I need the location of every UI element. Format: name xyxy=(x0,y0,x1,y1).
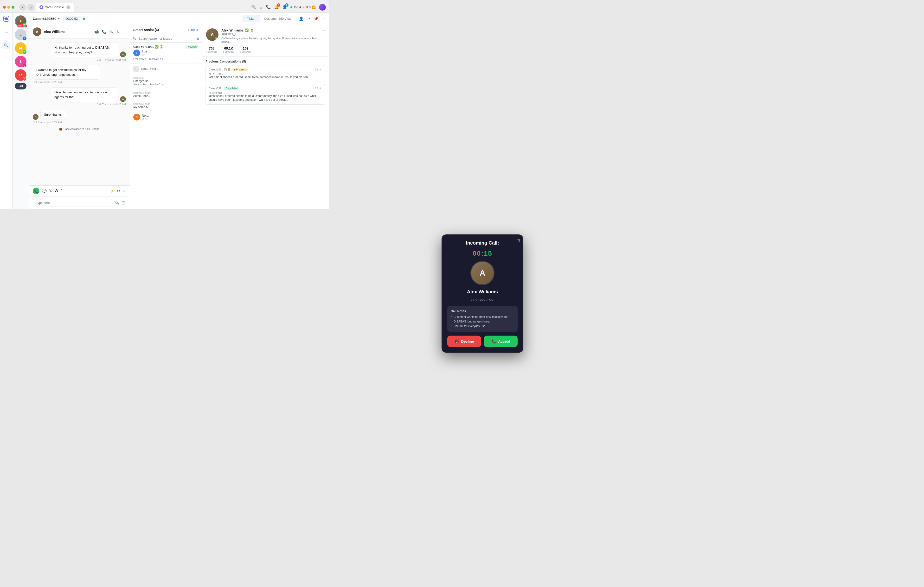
message-group-3: Okay, let me connect you to one of our a… xyxy=(33,87,126,106)
message-text-3: Okay, let me connect you to one of our a… xyxy=(54,90,108,99)
conv-360-time-1: 12min xyxy=(315,68,322,71)
receiver-avatar-4: A xyxy=(33,114,38,120)
pin-icon[interactable]: 📌 xyxy=(314,16,318,21)
user-avatar[interactable] xyxy=(319,4,326,11)
attach-icon[interactable]: 📎 xyxy=(114,201,119,205)
sender-avatar-3: A xyxy=(120,96,126,102)
customer360-tab[interactable]: Customer 360 View xyxy=(260,15,295,22)
more-chat-icon[interactable]: ··· xyxy=(123,30,126,34)
apps-icon[interactable]: ⊞ xyxy=(259,5,262,9)
posts-stat: 102 Following xyxy=(240,46,251,53)
main-content: Case #429550 ▼ 00:02:52 Ticket Customer … xyxy=(29,13,329,209)
browser-actions: 🔍 ⊞ 📞 🔔 9 👤 8 15:34 PBK 3 📶 xyxy=(251,4,326,11)
conv-item-4[interactable]: S ig xyxy=(15,56,26,67)
phone-icon[interactable]: 📞 xyxy=(266,5,271,9)
message-row-3: Okay, let me connect you to one of our a… xyxy=(33,87,126,102)
user-icon[interactable]: 👤 8 xyxy=(282,5,287,9)
search-chat-icon[interactable]: 🔍 xyxy=(109,30,114,34)
message-group-1: Hi, thanks for reaching out to DIBABAS. … xyxy=(33,43,126,61)
profile-name: Alex Williams xyxy=(221,28,243,32)
facebook-icon[interactable]: f xyxy=(61,189,62,193)
share-icon[interactable]: ↗ xyxy=(307,16,310,21)
tab-close-icon[interactable]: ✕ xyxy=(66,5,70,9)
header-tabs: Ticket Customer 360 View xyxy=(243,15,296,22)
chat-agent-name: Alex Williams xyxy=(44,30,92,34)
search-browser-icon[interactable]: 🔍 xyxy=(251,5,256,9)
template-icon[interactable]: ✂ xyxy=(117,189,120,193)
phone-toolbar-icon[interactable]: 📞 xyxy=(33,187,40,194)
video-icon[interactable]: 📹 xyxy=(94,30,99,34)
notifications-icon[interactable]: 🔔 9 xyxy=(274,5,279,9)
case-item-1[interactable]: Case #3784921 ✅ 🏅 Resolved L Lua @l_ xyxy=(130,43,202,64)
sidebar-search-icon[interactable]: 🔍 xyxy=(2,42,10,49)
sidebar-expand-icon[interactable]: › xyxy=(2,53,10,61)
more-icon[interactable]: ··· xyxy=(322,16,325,21)
assign-icon[interactable]: 👤 xyxy=(299,16,304,21)
browser-chrome: ‹ ⌂ Care Console ✕ + 🔍 ⊞ 📞 🔔 9 👤 8 15:34… xyxy=(0,0,329,13)
call-icon[interactable]: 📞 xyxy=(102,30,106,34)
expand-icon[interactable]: ⤢ xyxy=(123,189,126,193)
case-item-hardware-3[interactable]: Hardware Issue My Acme S... xyxy=(130,100,202,111)
network-display: PBK 3 xyxy=(302,5,311,9)
filter-icon[interactable]: ⊞ xyxy=(196,37,199,40)
conv-360-item-1[interactable]: Case #3921 📋 🖼 In Progress 12min mi_s • … xyxy=(206,65,325,82)
template-input-icon[interactable]: 📋 xyxy=(121,201,126,205)
status-indicator: 15:34 PBK 3 📶 xyxy=(290,5,316,9)
case-handle-3457: @n... xyxy=(142,117,149,120)
active-status-dot xyxy=(83,18,86,20)
dropdown-chevron: ▼ xyxy=(57,17,60,20)
conv-360-item-2[interactable]: Case #3921 Completed 12min mi Shehgal la… xyxy=(206,84,325,105)
conv-360-id-text-1: Case #3921 xyxy=(209,68,223,71)
back-button[interactable]: ‹ xyxy=(19,4,26,11)
chat-toolbar: 📞 💬 𝕏 W f ⚡ ✂ ⤢ xyxy=(29,186,130,196)
status-dot xyxy=(290,6,292,8)
bubble-icon[interactable]: 💬 xyxy=(42,189,47,193)
smart-assist-header: Smart Assist (6) Show all xyxy=(130,25,202,35)
chat-agent-avatar: A xyxy=(33,28,41,36)
show-all-link[interactable]: Show all xyxy=(188,28,198,31)
case-dropdown[interactable]: Case #429550 ▼ xyxy=(33,16,60,21)
conv-item-5[interactable]: R ● xyxy=(15,69,26,81)
message-meta-1: Call Transcript • 9:25 AM xyxy=(33,58,126,61)
content-area: A Alex Williams 📹 📞 🔍 ↻ ··· xyxy=(29,25,329,209)
verified-icon: ✅ xyxy=(244,28,249,32)
refresh-icon[interactable]: ↻ xyxy=(117,30,120,34)
app-logo[interactable] xyxy=(3,15,10,22)
case-item-reply[interactable]: ↩ Sorry... send... xyxy=(130,64,202,74)
search-icon-sm: 🔍 xyxy=(133,37,137,40)
new-tab-button[interactable]: + xyxy=(74,4,81,11)
message-text-1: Hi, thanks for reaching out to DIBABAS. … xyxy=(54,46,110,54)
conv-item-2[interactable]: L f xyxy=(15,29,26,40)
case-item-hardware-2[interactable]: Hardware Issue Acme Shoe... xyxy=(130,89,202,100)
message-meta-2: Call Transcript • 9:26 AM xyxy=(33,81,126,84)
case-item-hardware-1[interactable]: Hardware Charger Iss... Are you faci... … xyxy=(130,74,202,89)
conv-item-3[interactable]: M W xyxy=(15,42,26,54)
timer-display: 00:02:52 xyxy=(63,16,80,21)
active-tab[interactable]: Care Console ✕ xyxy=(36,3,74,12)
conv-360-icons-1: 📋 🖼 xyxy=(224,68,231,71)
message-group-4: A Sure, thanks! Call Transcript • 9:27 A… xyxy=(33,110,126,123)
conv-item-1[interactable]: A 10m 32s W xyxy=(15,15,26,27)
ticket-tab[interactable]: Ticket xyxy=(243,15,260,22)
minimize-button[interactable] xyxy=(7,6,10,9)
fullscreen-button[interactable] xyxy=(12,6,15,9)
conv-more-button[interactable]: +20 xyxy=(15,83,26,89)
case-hardware-name-2: Acme Shoe... xyxy=(133,94,198,98)
whatsapp-icon[interactable]: W xyxy=(54,189,58,193)
case-reply-desc: Sorry... send... xyxy=(141,67,158,71)
twitter-icon[interactable]: 𝕏 xyxy=(49,189,52,193)
search-input-sm[interactable] xyxy=(139,37,195,40)
lightning-icon[interactable]: ⚡ xyxy=(110,189,115,193)
chat-input[interactable] xyxy=(33,199,112,207)
conv-360-status-2: Completed xyxy=(224,87,239,90)
profile-more-icon[interactable]: ··· xyxy=(322,28,325,33)
profile-info: Alex Williams ✅ 🏅 @rashmi_s Out here liv… xyxy=(221,28,319,44)
sidebar-menu-icon[interactable]: ☰ xyxy=(2,30,10,38)
case-hardware-desc-1: Are you faci... Mobile Char... xyxy=(133,83,198,86)
case-item-3457[interactable]: N Nol... @n... xyxy=(130,111,202,124)
smart-assist-search: 🔍 ⊞ xyxy=(130,35,202,43)
case-name-1: Lua xyxy=(142,50,147,53)
following-stat: 69.1K Following xyxy=(223,46,234,53)
home-button[interactable]: ⌂ xyxy=(27,4,34,11)
close-button[interactable] xyxy=(3,6,6,9)
